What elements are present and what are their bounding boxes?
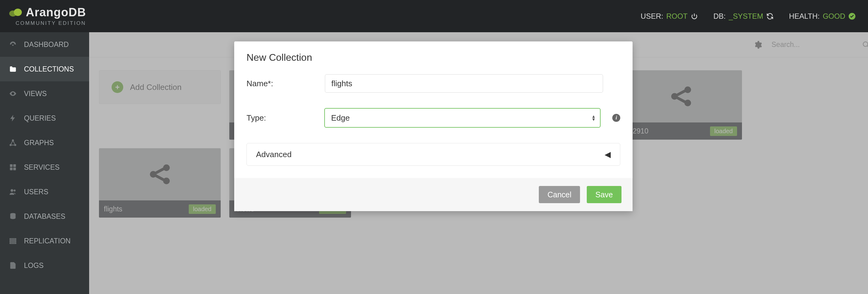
sidebar-item-users[interactable]: USERS: [0, 180, 89, 204]
svg-point-1: [14, 9, 22, 16]
advanced-label: Advanced: [256, 150, 292, 159]
sidebar-item-label: SERVICES: [24, 163, 60, 172]
svg-point-11: [10, 189, 13, 192]
brand-logo-icon: [9, 8, 22, 17]
sidebar-item-queries[interactable]: QUERIES: [0, 106, 89, 131]
db-value: _SYSTEM: [729, 12, 763, 21]
sidebar-item-label: VIEWS: [24, 89, 47, 98]
new-collection-modal: New Collection Name*: Type: Edge ▲▼ i Ad…: [234, 41, 632, 211]
users-icon: [9, 188, 17, 196]
svg-rect-9: [10, 168, 12, 170]
sidebar-item-dashboard[interactable]: DASHBOARD: [0, 32, 89, 57]
info-icon[interactable]: i: [612, 114, 620, 122]
user-value: ROOT: [666, 12, 688, 21]
sidebar-item-label: DASHBOARD: [24, 40, 69, 49]
services-icon: [9, 163, 17, 171]
brand-name: ArangoDB: [26, 6, 86, 19]
db-label: DB:: [713, 12, 726, 21]
replication-icon: [9, 237, 17, 245]
sidebar-item-databases[interactable]: DATABASES: [0, 204, 89, 229]
bolt-icon: [9, 114, 17, 122]
svg-rect-8: [13, 164, 16, 167]
svg-rect-10: [13, 168, 16, 170]
name-label: Name*:: [247, 79, 325, 88]
health-label: HEALTH:: [789, 12, 820, 21]
brand-edition: COMMUNITY EDITION: [16, 20, 86, 26]
database-icon: [9, 212, 17, 220]
file-icon: [9, 261, 17, 269]
folder-icon: [9, 65, 17, 73]
health-value: GOOD: [823, 12, 845, 21]
sidebar-item-label: LOGS: [24, 261, 44, 270]
sidebar-item-label: USERS: [24, 188, 48, 196]
dashboard-icon: [9, 40, 17, 48]
status-user[interactable]: USER: ROOT: [641, 12, 698, 21]
sidebar-item-services[interactable]: SERVICES: [0, 155, 89, 180]
save-button[interactable]: Save: [587, 186, 621, 203]
cancel-button[interactable]: Cancel: [539, 186, 580, 203]
svg-rect-15: [10, 241, 16, 242]
sidebar-item-replication[interactable]: REPLICATION: [0, 229, 89, 253]
svg-point-12: [13, 189, 16, 191]
type-select[interactable]: Edge: [324, 108, 600, 128]
sidebar-item-views[interactable]: VIEWS: [0, 81, 89, 106]
status-group: USER: ROOT DB: _SYSTEM HEALTH: GOOD: [641, 12, 868, 21]
refresh-icon[interactable]: [766, 12, 774, 20]
graph-icon: [9, 139, 17, 147]
status-health: HEALTH: GOOD: [789, 12, 856, 21]
sidebar-item-label: COLLECTIONS: [24, 65, 74, 73]
check-circle-icon: [848, 12, 856, 20]
svg-rect-16: [10, 243, 16, 243]
sidebar-item-collections[interactable]: COLLECTIONS: [0, 57, 89, 81]
brand-block: ArangoDB COMMUNITY EDITION: [0, 6, 86, 26]
caret-left-icon: ◀: [604, 150, 611, 159]
user-label: USER:: [641, 12, 663, 21]
topbar: ArangoDB COMMUNITY EDITION USER: ROOT DB…: [0, 0, 868, 32]
svg-rect-7: [10, 164, 12, 167]
sidebar-item-label: QUERIES: [24, 114, 56, 122]
type-label: Type:: [247, 113, 324, 123]
sidebar-item-logs[interactable]: LOGS: [0, 253, 89, 278]
sidebar-item-label: REPLICATION: [24, 237, 71, 245]
eye-icon: [9, 89, 17, 98]
power-icon[interactable]: [691, 12, 698, 20]
svg-rect-14: [10, 238, 16, 240]
modal-title: New Collection: [234, 41, 632, 71]
name-input[interactable]: [325, 74, 603, 93]
svg-point-3: [12, 44, 13, 46]
sidebar: DASHBOARD COLLECTIONS VIEWS QUERIES GRAP…: [0, 32, 89, 294]
advanced-toggle[interactable]: Advanced ◀: [247, 143, 620, 166]
sidebar-item-label: DATABASES: [24, 212, 65, 221]
sidebar-item-graphs[interactable]: GRAPHS: [0, 131, 89, 155]
status-db[interactable]: DB: _SYSTEM: [713, 12, 774, 21]
sidebar-item-label: GRAPHS: [24, 139, 54, 147]
